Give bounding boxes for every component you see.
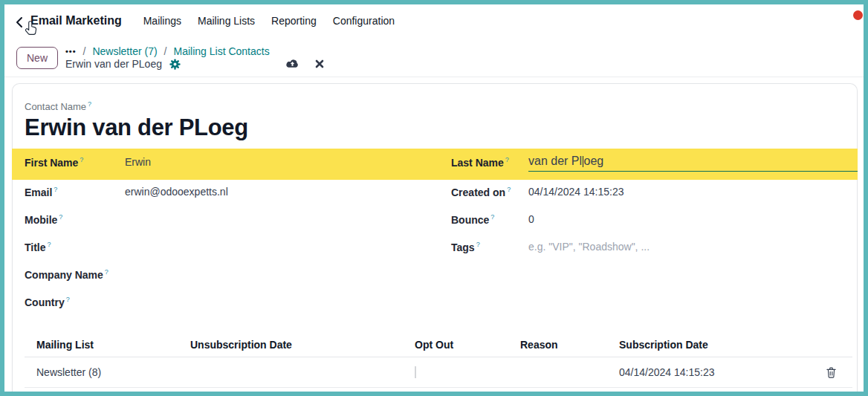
table-row[interactable]: Newsletter (8) 04/14/2024 14:15:23 xyxy=(25,357,852,388)
help-icon[interactable]: ? xyxy=(66,296,70,303)
opt-out-checkbox[interactable] xyxy=(415,366,416,378)
gear-icon[interactable] xyxy=(169,59,181,70)
help-icon[interactable]: ? xyxy=(505,156,509,163)
help-icon[interactable]: ? xyxy=(490,213,494,221)
last-name-label: Last Name? xyxy=(451,156,528,172)
contact-name-value[interactable]: Erwin van der PLoeg xyxy=(25,114,852,141)
contact-name-label: Contact Name? xyxy=(25,100,852,112)
breadcrumb-separator: / xyxy=(83,45,86,57)
mobile-label: Mobile? xyxy=(25,213,125,226)
help-icon[interactable]: ? xyxy=(105,268,108,276)
panel-divider xyxy=(4,77,864,77)
tags-label: Tags? xyxy=(451,241,528,253)
delete-row-trash-icon[interactable] xyxy=(799,367,852,378)
breadcrumb-ellipsis[interactable]: ••• xyxy=(65,47,77,56)
title-value[interactable] xyxy=(125,241,451,253)
nav-item-configuration[interactable]: Configuration xyxy=(325,15,403,27)
mobile-value[interactable] xyxy=(125,213,451,226)
top-nav: Email Marketing Mailings Mailing Lists R… xyxy=(4,4,864,37)
breadcrumb-link-newsletter[interactable]: Newsletter (7) xyxy=(92,45,157,57)
nav-item-mailings[interactable]: Mailings xyxy=(135,15,190,27)
new-button[interactable]: New xyxy=(16,47,58,69)
help-icon[interactable]: ? xyxy=(54,186,57,193)
nav-item-reporting[interactable]: Reporting xyxy=(263,15,325,27)
email-label: Email? xyxy=(25,186,125,198)
mailing-list-table: Mailing List Unsubscription Date Opt Out… xyxy=(25,333,852,396)
help-icon[interactable]: ? xyxy=(476,241,480,248)
discard-x-icon[interactable] xyxy=(315,59,324,68)
col-header-subscription-date[interactable]: Subscription Date xyxy=(607,339,799,351)
col-header-reason[interactable]: Reason xyxy=(508,339,607,351)
bounce-label: Bounce? xyxy=(451,213,528,226)
recording-dot-icon xyxy=(853,10,863,20)
created-on-label: Created on? xyxy=(451,186,528,198)
save-cloud-upload-icon[interactable] xyxy=(285,59,299,69)
company-name-value[interactable] xyxy=(125,268,451,281)
name-fields-highlight-band: First Name? Erwin Last Name? van der Plo… xyxy=(12,149,858,180)
table-header-row: Mailing List Unsubscription Date Opt Out… xyxy=(25,333,852,357)
bounce-value: 0 xyxy=(528,213,852,226)
contact-form-card: Contact Name? Erwin van der PLoeg First … xyxy=(12,83,858,396)
company-name-label: Company Name? xyxy=(25,268,125,281)
help-icon[interactable]: ? xyxy=(88,100,91,108)
breadcrumb-record-name: Erwin van der PLoeg xyxy=(65,58,162,70)
help-icon[interactable]: ? xyxy=(80,156,83,163)
cell-subscription-date[interactable]: 04/14/2024 14:15:23 xyxy=(607,366,799,378)
help-icon[interactable]: ? xyxy=(48,241,51,248)
control-panel: New ••• / Newsletter (7) / Mailing List … xyxy=(4,37,864,77)
hand-cursor-icon xyxy=(25,20,38,39)
col-header-unsubscription-date[interactable]: Unsubscription Date xyxy=(178,339,403,351)
title-label: Title? xyxy=(25,241,125,253)
breadcrumb-link-mailing-list-contacts[interactable]: Mailing List Contacts xyxy=(174,45,270,57)
first-name-label: First Name? xyxy=(25,156,125,169)
col-header-mailing-list[interactable]: Mailing List xyxy=(25,339,178,351)
nav-item-mailing-lists[interactable]: Mailing Lists xyxy=(190,15,263,27)
app-title[interactable]: Email Marketing xyxy=(30,14,122,27)
breadcrumb-separator: / xyxy=(164,45,167,57)
help-icon[interactable]: ? xyxy=(507,186,511,193)
odoo-email-marketing-window: { "nav": { "app_name": "Email Marketing"… xyxy=(0,0,868,396)
country-label: Country? xyxy=(25,296,125,308)
created-on-value: 04/14/2024 14:15:23 xyxy=(528,186,852,198)
help-icon[interactable]: ? xyxy=(59,213,62,221)
email-value[interactable]: erwin@odooexpetts.nl xyxy=(125,186,451,198)
last-name-input[interactable]: van der Ploeg xyxy=(528,155,858,172)
country-value[interactable] xyxy=(125,296,451,308)
first-name-value[interactable]: Erwin xyxy=(125,156,451,169)
tags-input[interactable]: e.g. "VIP", "Roadshow", ... xyxy=(528,241,852,253)
breadcrumb: ••• / Newsletter (7) / Mailing List Cont… xyxy=(65,45,324,70)
col-header-opt-out[interactable]: Opt Out xyxy=(403,339,508,351)
cell-mailing-list[interactable]: Newsletter (8) xyxy=(25,366,178,378)
